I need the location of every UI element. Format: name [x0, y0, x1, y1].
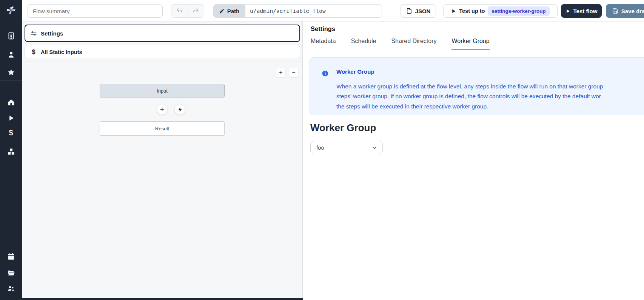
bottom-bar: [22, 298, 303, 300]
tab-shared-directory[interactable]: Shared Directory: [391, 38, 436, 49]
sidebar-item-schedules[interactable]: [6, 252, 15, 261]
worker-group-info-box: Worker Group When a worker group is defi…: [310, 57, 644, 115]
topbar: Path u/admin/verifiable_flow JSON Test u…: [22, 0, 644, 22]
all-static-inputs-item[interactable]: $ All Static Inputs: [25, 45, 300, 59]
settings-panel: Settings Metadata Schedule Shared Direct…: [303, 22, 644, 300]
boxes-icon: [7, 148, 15, 156]
home-icon: [7, 98, 15, 106]
sidebar-item-home[interactable]: [6, 97, 15, 107]
info-title: Worker Group: [336, 68, 374, 75]
calendar-icon: [7, 252, 15, 260]
tab-worker-group[interactable]: Worker Group: [451, 38, 489, 49]
info-body: When a worker group is defined at the fl…: [336, 82, 644, 111]
zoom-out-button[interactable]: −: [289, 68, 299, 77]
redo-button[interactable]: [188, 5, 204, 17]
input-node[interactable]: Input: [100, 84, 225, 97]
windmill-logo-icon[interactable]: [5, 5, 17, 16]
json-button[interactable]: JSON: [401, 4, 436, 18]
sidebar-divider: [0, 80, 22, 80]
flow-editor-window: $ Path u/admin/verifi: [0, 0, 644, 300]
flow-settings-item[interactable]: Settings: [25, 25, 300, 42]
building-icon: [7, 32, 15, 40]
dollar-icon: $: [9, 129, 13, 136]
sidebar-item-groups[interactable]: [6, 284, 15, 293]
user-icon: [7, 51, 15, 59]
chevron-down-icon: [371, 145, 377, 151]
dollar-icon: $: [30, 48, 37, 56]
sidebar-item-variables[interactable]: $: [6, 128, 15, 137]
play-icon: [451, 9, 456, 14]
pencil-icon: [219, 8, 225, 14]
sidebar-item-resources[interactable]: [6, 147, 15, 156]
save-draft-button[interactable]: Save draft: [606, 4, 644, 18]
save-icon: [612, 8, 618, 14]
path-value-field[interactable]: u/admin/verifiable_flow: [245, 4, 382, 18]
plus-circle-icon: [159, 107, 165, 112]
file-json-icon: [406, 8, 412, 14]
play-icon: [7, 114, 15, 122]
star-icon: [7, 68, 15, 76]
path-label: Path: [227, 8, 240, 14]
flow-graph-panel: Settings $ All Static Inputs + − Input R…: [22, 22, 303, 300]
add-trigger-button[interactable]: [174, 104, 185, 115]
sidebar-item-workspace[interactable]: [6, 31, 15, 40]
sidebar-item-folders[interactable]: [6, 268, 15, 277]
info-line: the steps will be executed in their resp…: [336, 102, 644, 111]
sidebar: $: [0, 0, 22, 300]
add-step-button[interactable]: [157, 104, 168, 115]
sliders-icon: [31, 30, 37, 37]
result-node[interactable]: Result: [100, 121, 225, 136]
sidebar-item-favorites[interactable]: [6, 68, 15, 77]
lightning-bolt-icon: [177, 107, 183, 112]
settings-tabs: Metadata Schedule Shared Directory Worke…: [311, 38, 490, 49]
undo-icon: [176, 8, 183, 14]
info-line: steps' worker group. If no worker group …: [336, 91, 644, 101]
panel-divider: [22, 62, 303, 62]
tab-metadata[interactable]: Metadata: [311, 38, 336, 49]
sidebar-item-user[interactable]: [6, 50, 15, 59]
zoom-in-button[interactable]: +: [276, 68, 286, 77]
sidebar-item-runs[interactable]: [6, 113, 15, 122]
folder-open-icon: [7, 269, 15, 277]
worker-group-selected-value: foo: [316, 144, 371, 151]
tab-schedule[interactable]: Schedule: [351, 38, 376, 49]
test-up-to-step-badge[interactable]: settings-worker-group: [488, 6, 549, 16]
flow-summary-input[interactable]: [28, 4, 163, 18]
undo-redo-group: [171, 4, 204, 18]
settings-panel-title: Settings: [311, 25, 335, 32]
worker-group-select[interactable]: foo: [310, 141, 383, 154]
test-flow-button[interactable]: Test flow: [561, 4, 602, 18]
info-icon: [322, 70, 328, 77]
play-icon: [565, 9, 570, 14]
worker-group-section-title: Worker Group: [310, 122, 376, 134]
users-gear-icon: [7, 285, 15, 292]
test-up-to-button[interactable]: Test up to settings-worker-group: [443, 4, 558, 18]
undo-button[interactable]: [171, 5, 188, 17]
edit-path-button[interactable]: Path: [213, 4, 245, 18]
tabs-underline: [303, 49, 644, 49]
redo-icon: [193, 8, 199, 14]
info-line: When a worker group is defined at the fl…: [336, 82, 644, 91]
